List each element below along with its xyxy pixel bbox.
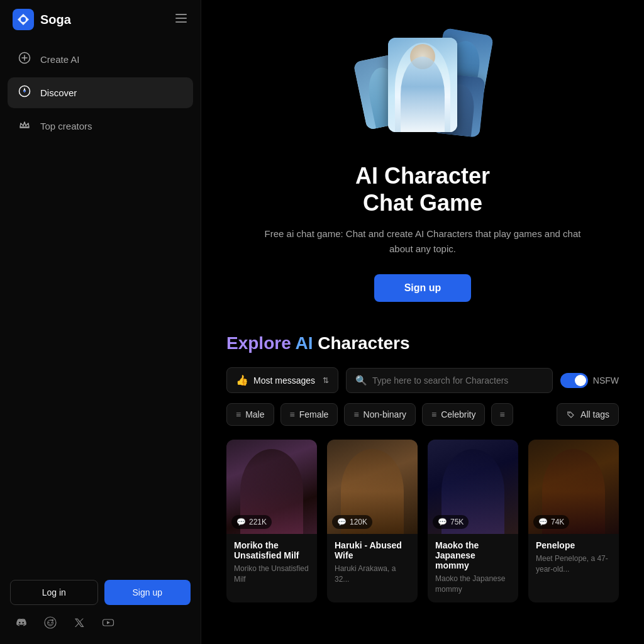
svg-marker-19: [107, 621, 110, 625]
nsfw-toggle: NSFW: [560, 373, 619, 388]
character-card-penelope[interactable]: 💬 74K Penelope Meet Penelope, a 47-year-…: [528, 440, 619, 602]
nsfw-toggle-track[interactable]: [560, 373, 588, 388]
hero-section: AI Character Chat Game Free ai chat game…: [201, 0, 644, 321]
moriko-info: Moriko the Unsatisfied Milf Moriko the U…: [226, 534, 317, 592]
sort-icon: 👍: [236, 374, 248, 386]
haruki-name: Haruki - Abused Wife: [335, 540, 410, 560]
sidebar-item-discover[interactable]: Discover: [8, 77, 193, 108]
tag-more-icon: ≡: [499, 409, 504, 419]
haruki-info: Haruki - Abused Wife Haruki Arakawa, a 3…: [327, 534, 418, 592]
social-links: [10, 614, 191, 631]
penelope-msg-count: 💬 74K: [533, 515, 569, 529]
svg-point-1: [21, 17, 26, 22]
svg-point-14: [48, 622, 50, 623]
nsfw-label: NSFW: [593, 375, 619, 386]
search-icon: 🔍: [355, 375, 367, 386]
logo-icon: [13, 9, 34, 30]
tag-non-binary[interactable]: ≡ Non-binary: [344, 403, 416, 426]
moriko-name: Moriko the Unsatisfied Milf: [234, 540, 309, 560]
hero-card-main: [388, 38, 457, 132]
crown-icon: [18, 118, 31, 134]
tag-non-binary-icon: ≡: [353, 409, 358, 419]
tag-female-label: Female: [299, 409, 329, 419]
haruki-image: 💬 120K: [327, 440, 418, 534]
maoko-desc: Maoko the Japanese mommy: [435, 574, 511, 595]
bubble-icon: 💬: [236, 518, 246, 526]
filter-row: 👍 Most messages ⇅ 🔍 NSFW: [226, 367, 619, 393]
tag-male-icon: ≡: [236, 409, 241, 419]
explore-title-ai: AI: [295, 333, 313, 353]
sidebar: Soga Create AI: [0, 0, 201, 644]
twitter-link[interactable]: [70, 614, 88, 631]
character-card-moriko[interactable]: 💬 221K Moriko the Unsatisfied Milf Morik…: [226, 440, 317, 602]
signup-button-hero[interactable]: Sign up: [374, 274, 472, 302]
svg-point-10: [24, 91, 26, 92]
moriko-msg-count: 💬 221K: [231, 515, 272, 529]
youtube-link[interactable]: [99, 614, 117, 631]
discord-link[interactable]: [13, 614, 30, 631]
login-button[interactable]: Log in: [10, 580, 98, 605]
maoko-msg-count: 💬 75K: [433, 515, 469, 529]
bubble-icon: 💬: [438, 518, 447, 526]
explore-title-chars: Characters: [318, 333, 409, 353]
sidebar-item-label-discover: Discover: [40, 87, 77, 98]
sidebar-toggle-button[interactable]: [174, 11, 188, 28]
sort-arrow-icon: ⇅: [323, 376, 329, 385]
tag-male[interactable]: ≡ Male: [226, 403, 274, 426]
search-input[interactable]: [372, 375, 543, 386]
auth-buttons: Log in Sign up: [10, 580, 191, 605]
plus-circle-icon: [18, 52, 31, 67]
tags-row: ≡ Male ≡ Female ≡ Non-binary ≡ Celebrity…: [226, 403, 619, 426]
hero-title: AI Character Chat Game: [355, 162, 490, 216]
maoko-image: 💬 75K: [428, 440, 518, 534]
explore-section: Explore AI Characters 👍 Most messages ⇅ …: [201, 321, 644, 621]
compass-icon: [18, 85, 31, 101]
all-tags-button[interactable]: All tags: [557, 403, 619, 426]
character-card-maoko[interactable]: 💬 75K Maoko the Japanese mommy Maoko the…: [428, 440, 518, 602]
sidebar-item-create[interactable]: Create AI: [8, 44, 193, 75]
penelope-name: Penelope: [536, 540, 611, 550]
logo: Soga: [13, 9, 71, 30]
reddit-link[interactable]: [42, 614, 59, 631]
svg-point-12: [45, 617, 56, 628]
svg-point-20: [569, 413, 570, 414]
explore-title: Explore AI Characters: [226, 333, 619, 353]
hero-images: [353, 25, 492, 145]
tag-male-label: Male: [245, 409, 264, 419]
search-box: 🔍: [346, 368, 553, 393]
penelope-image: 💬 74K: [528, 440, 619, 534]
bubble-icon: 💬: [337, 518, 347, 526]
penelope-desc: Meet Penelope, a 47-year-old...: [536, 553, 611, 575]
signup-button-sidebar[interactable]: Sign up: [104, 580, 191, 605]
sidebar-item-label-top-creators: Top creators: [40, 121, 92, 131]
sidebar-item-top-creators[interactable]: Top creators: [8, 111, 193, 142]
tag-celebrity-label: Celebrity: [441, 409, 475, 419]
sidebar-header: Soga: [0, 0, 201, 39]
main-content: AI Character Chat Game Free ai chat game…: [201, 0, 644, 644]
svg-rect-3: [175, 18, 187, 19]
tag-female-icon: ≡: [290, 409, 295, 419]
svg-point-15: [52, 622, 53, 623]
sidebar-bottom: Log in Sign up: [0, 567, 201, 644]
maoko-name: Maoko the Japanese mommy: [435, 540, 511, 570]
sidebar-item-label-create: Create AI: [40, 54, 80, 65]
hero-subtitle: Free ai chat game: Chat and create AI Ch…: [253, 226, 592, 257]
sort-select[interactable]: 👍 Most messages ⇅: [226, 367, 338, 393]
haruki-desc: Haruki Arakawa, a 32...: [335, 564, 410, 585]
tag-celebrity[interactable]: ≡ Celebrity: [422, 403, 485, 426]
logo-text: Soga: [40, 13, 71, 27]
characters-grid: 💬 221K Moriko the Unsatisfied Milf Morik…: [226, 440, 619, 602]
penelope-info: Penelope Meet Penelope, a 47-year-old...: [528, 534, 619, 582]
haruki-msg-count: 💬 120K: [332, 515, 372, 529]
svg-rect-4: [175, 21, 187, 23]
svg-rect-2: [175, 14, 187, 15]
explore-title-explore: Explore: [226, 333, 291, 353]
svg-line-17: [50, 620, 53, 621]
moriko-image: 💬 221K: [226, 440, 317, 534]
sort-label: Most messages: [253, 375, 315, 386]
tag-celebrity-icon: ≡: [431, 409, 436, 419]
tag-more[interactable]: ≡: [491, 403, 513, 426]
tags-icon: [566, 409, 576, 419]
tag-female[interactable]: ≡ Female: [280, 403, 338, 426]
character-card-haruki[interactable]: 💬 120K Haruki - Abused Wife Haruki Araka…: [327, 440, 418, 602]
